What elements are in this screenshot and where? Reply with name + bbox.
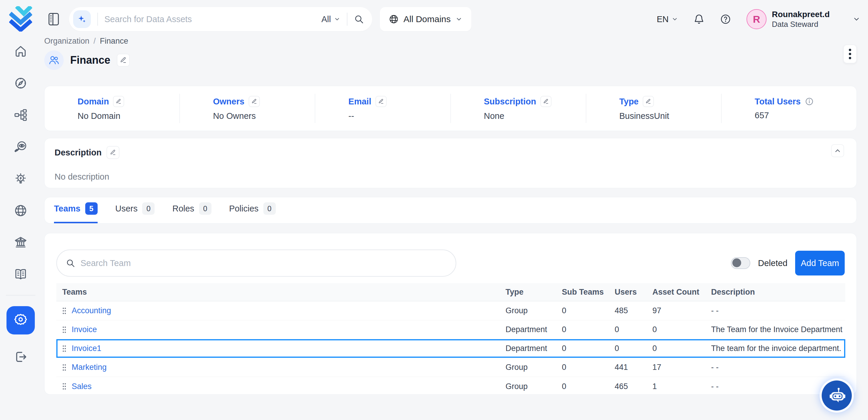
tab-teams[interactable]: Teams 5 (54, 202, 98, 223)
field-value: BusinessUnit (619, 111, 721, 121)
tab-users[interactable]: Users 0 (115, 202, 155, 223)
table-row[interactable]: Sales Group 0 465 1 - - (56, 377, 845, 396)
add-team-button[interactable]: Add Team (795, 251, 845, 275)
domains-dropdown-label: All Domains (403, 14, 451, 24)
logout-icon[interactable] (13, 350, 28, 364)
col-sub-teams: Sub Teams (556, 288, 609, 297)
tab-count-badge: 5 (85, 202, 98, 215)
user-name: Rounakpreet.d (772, 9, 830, 20)
breadcrumb-organization[interactable]: Organization (44, 36, 89, 46)
edit-description-icon[interactable] (106, 146, 119, 159)
insights-bulb-icon[interactable] (13, 172, 28, 186)
cell-description: - - (705, 363, 845, 372)
deleted-toggle[interactable] (731, 257, 750, 269)
chevron-down-icon[interactable] (852, 16, 860, 23)
field-label: Owners (213, 97, 244, 107)
edit-type-icon[interactable] (643, 96, 654, 107)
team-link[interactable]: Sales (72, 382, 92, 391)
summary-field-subscription: Subscription None (451, 94, 586, 123)
edit-email-icon[interactable] (375, 96, 387, 107)
edit-title-icon[interactable] (117, 54, 130, 67)
bell-icon[interactable] (693, 13, 705, 25)
chevron-down-icon (672, 16, 678, 22)
global-search-placeholder[interactable]: Search for Data Assets (104, 14, 321, 24)
drag-handle-icon[interactable] (62, 326, 66, 333)
drag-handle-icon[interactable] (62, 345, 66, 352)
tab-roles[interactable]: Roles 0 (172, 202, 211, 223)
drag-handle-icon[interactable] (62, 383, 66, 390)
drag-handle-icon[interactable] (62, 307, 66, 314)
field-label: Email (348, 97, 371, 107)
domains-dropdown[interactable]: All Domains (380, 7, 471, 31)
field-label: Subscription (484, 97, 536, 107)
domains-globe-icon[interactable] (13, 204, 28, 218)
drag-handle-icon[interactable] (62, 364, 66, 371)
team-link[interactable]: Marketing (72, 363, 107, 372)
col-type: Type (500, 288, 556, 297)
table-row[interactable]: Invoice Department 0 0 0 The Team for th… (56, 320, 845, 339)
team-link[interactable]: Invoice1 (72, 344, 101, 353)
search-icon (66, 258, 75, 268)
description-title: Description (55, 148, 102, 157)
team-search-input[interactable] (56, 249, 456, 277)
summary-field-type: Type BusinessUnit (586, 94, 721, 123)
cell-type: Group (500, 306, 556, 315)
col-users: Users (609, 288, 647, 297)
description-empty-text: No description (55, 172, 846, 182)
help-icon[interactable] (720, 13, 731, 25)
topbar-right: EN R Rounakpreet.d Data Steward (657, 9, 860, 29)
table-row[interactable]: Accounting Group 0 485 97 - - (56, 301, 845, 320)
hierarchy-icon[interactable] (13, 108, 28, 122)
field-value: No Owners (213, 111, 315, 121)
ai-sparkle-icon[interactable] (73, 10, 91, 28)
edit-subscription-icon[interactable] (540, 96, 552, 107)
table-row[interactable]: Marketing Group 0 441 17 - - (56, 358, 845, 377)
tab-count-badge: 0 (264, 202, 276, 215)
summary-field-domain: Domain No Domain (44, 94, 179, 123)
language-selector[interactable]: EN (657, 14, 678, 24)
home-icon[interactable] (13, 44, 28, 58)
app-logo[interactable] (8, 5, 33, 32)
cell-users: 0 (609, 344, 647, 353)
explore-compass-icon[interactable] (13, 76, 28, 90)
table-row-selected[interactable]: Invoice1 Department 0 0 0 The team for t… (56, 339, 845, 358)
search-scope-dropdown[interactable]: All (321, 14, 340, 24)
cell-sub-teams: 0 (556, 306, 609, 315)
collapse-chevron-up-icon[interactable] (831, 144, 844, 157)
breadcrumb-current: Finance (100, 36, 128, 46)
field-label: Type (619, 97, 639, 107)
tab-count-badge: 0 (199, 202, 212, 215)
govern-bank-icon[interactable] (13, 235, 28, 249)
edit-domain-icon[interactable] (113, 96, 124, 107)
field-value: -- (348, 111, 450, 121)
chatbot-button[interactable] (822, 381, 852, 411)
user-avatar[interactable]: R (746, 9, 767, 29)
cell-type: Department (500, 344, 556, 353)
tab-bar: Teams 5 Users 0 Roles 0 Policies 0 (44, 197, 857, 223)
teams-table: Teams Type Sub Teams Users Asset Count D… (56, 283, 845, 396)
page-header: Finance (44, 50, 857, 70)
divider (347, 13, 347, 26)
tab-policies[interactable]: Policies 0 (229, 202, 276, 223)
manage-kebab-menu[interactable] (843, 44, 857, 63)
field-label: Total Users (755, 97, 801, 107)
summary-field-total-users: Total Users 657 (721, 94, 857, 123)
cell-asset-count: 1 (647, 382, 705, 391)
team-search-field[interactable] (81, 258, 447, 268)
sidebar-collapse-icon[interactable] (46, 11, 61, 27)
observability-lens-icon[interactable] (13, 140, 28, 154)
cell-asset-count: 17 (647, 363, 705, 372)
user-menu[interactable]: R Rounakpreet.d Data Steward (746, 9, 830, 29)
divider (97, 13, 98, 26)
breadcrumb: Organization / Finance (44, 36, 857, 46)
glossary-book-icon[interactable] (13, 267, 28, 281)
search-icon[interactable] (354, 14, 364, 24)
chevron-down-icon (455, 16, 462, 23)
team-link[interactable]: Invoice (72, 325, 97, 334)
team-link[interactable]: Accounting (72, 306, 111, 315)
settings-gear-icon[interactable] (6, 306, 35, 334)
summary-field-owners: Owners No Owners (179, 94, 315, 123)
edit-owners-icon[interactable] (249, 96, 260, 107)
global-search-bar[interactable]: Search for Data Assets All (69, 7, 372, 31)
cell-asset-count: 0 (647, 325, 705, 334)
